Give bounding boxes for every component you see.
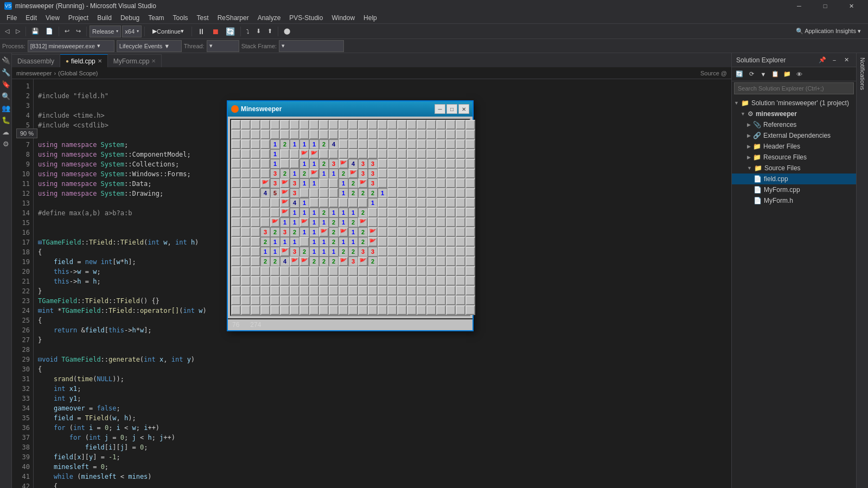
ms-cell[interactable] xyxy=(446,276,456,286)
ms-cell[interactable] xyxy=(387,169,397,178)
ms-cell[interactable] xyxy=(280,266,290,276)
ms-cell[interactable] xyxy=(329,198,339,208)
ms-cell[interactable] xyxy=(348,276,358,286)
ms-cell[interactable] xyxy=(387,237,397,247)
ms-cell[interactable]: 3 xyxy=(368,169,378,178)
ms-cell[interactable] xyxy=(436,208,446,217)
minimize-button[interactable]: ─ xyxy=(787,0,812,12)
ms-cell[interactable] xyxy=(446,296,456,305)
ms-cell[interactable] xyxy=(368,120,378,130)
ms-cell[interactable] xyxy=(290,276,299,286)
ms-cell[interactable] xyxy=(446,237,456,247)
tab-close-button2[interactable]: ✕ xyxy=(151,58,156,64)
ms-cell[interactable] xyxy=(329,188,339,198)
step-out-button[interactable]: ⬆ xyxy=(265,25,275,37)
ms-cell[interactable] xyxy=(309,120,319,130)
nav-forward-button[interactable]: ▷ xyxy=(13,25,23,37)
ms-cell[interactable] xyxy=(319,130,329,139)
ms-cell[interactable] xyxy=(436,247,446,256)
ms-cell[interactable] xyxy=(456,217,465,227)
ms-cell[interactable] xyxy=(241,159,251,169)
ms-cell[interactable] xyxy=(251,296,260,305)
ms-close-button[interactable]: ✕ xyxy=(458,104,469,114)
ms-cell[interactable]: 🚩 xyxy=(260,178,270,188)
ms-cell[interactable] xyxy=(290,296,299,305)
ms-cell[interactable] xyxy=(378,247,387,256)
ms-cell[interactable] xyxy=(436,149,446,159)
ms-cell[interactable] xyxy=(260,276,270,286)
se-new-folder-button[interactable]: 📁 xyxy=(782,69,793,80)
ms-cell[interactable]: 1 xyxy=(309,237,319,247)
ms-cell[interactable] xyxy=(465,178,475,188)
ms-cell[interactable] xyxy=(231,247,241,256)
se-collapse-button[interactable]: − xyxy=(829,55,840,66)
ms-cell[interactable] xyxy=(231,266,241,276)
ms-cell[interactable] xyxy=(270,130,280,139)
ms-cell[interactable] xyxy=(407,178,417,188)
ms-cell[interactable]: 1 xyxy=(309,227,319,237)
ms-cell[interactable] xyxy=(387,286,397,296)
se-item-fieldcpp[interactable]: 📄 field.cpp xyxy=(732,174,856,184)
ms-cell[interactable] xyxy=(417,305,426,315)
ms-cell[interactable]: 2 xyxy=(358,227,368,237)
ms-cell[interactable]: 1 xyxy=(329,247,339,256)
ms-cell[interactable] xyxy=(329,296,339,305)
ms-cell[interactable] xyxy=(387,217,397,227)
ms-cell[interactable] xyxy=(241,198,251,208)
ms-cell[interactable] xyxy=(407,266,417,276)
ms-cell[interactable] xyxy=(378,217,387,227)
ms-cell[interactable]: 2 xyxy=(348,217,358,227)
ms-cell[interactable] xyxy=(465,256,475,266)
ms-cell[interactable]: 4 xyxy=(290,198,299,208)
platform-dropdown[interactable]: x64 ▾ xyxy=(122,25,142,37)
ms-cell[interactable] xyxy=(348,149,358,159)
ms-cell[interactable] xyxy=(456,256,465,266)
ms-cell[interactable] xyxy=(348,198,358,208)
menu-test[interactable]: Test xyxy=(193,12,213,24)
ms-cell[interactable] xyxy=(387,227,397,237)
ms-cell[interactable] xyxy=(299,130,309,139)
ms-cell[interactable] xyxy=(426,247,436,256)
ms-cell[interactable] xyxy=(387,120,397,130)
ms-cell[interactable] xyxy=(387,159,397,169)
ms-cell[interactable] xyxy=(280,120,290,130)
ms-cell[interactable]: 2 xyxy=(358,237,368,247)
ms-cell[interactable] xyxy=(339,305,348,315)
ms-cell[interactable] xyxy=(465,188,475,198)
ms-cell[interactable]: 🚩 xyxy=(299,149,309,159)
ms-cell[interactable] xyxy=(270,266,280,276)
ms-cell[interactable] xyxy=(241,139,251,149)
ms-cell[interactable] xyxy=(446,256,456,266)
ms-cell[interactable]: 2 xyxy=(309,256,319,266)
ms-cell[interactable]: 2 xyxy=(290,227,299,237)
ms-cell[interactable] xyxy=(436,159,446,169)
ms-cell[interactable] xyxy=(397,296,407,305)
ms-cell[interactable] xyxy=(426,120,436,130)
ms-cell[interactable]: 2 xyxy=(260,237,270,247)
ms-cell[interactable] xyxy=(407,305,417,315)
ms-cell[interactable] xyxy=(465,208,475,217)
ms-cell[interactable] xyxy=(436,296,446,305)
ms-cell[interactable] xyxy=(319,198,329,208)
menu-build[interactable]: Build xyxy=(93,12,116,24)
ms-cell[interactable] xyxy=(426,305,436,315)
ms-cell[interactable] xyxy=(446,149,456,159)
ms-cell[interactable] xyxy=(446,247,456,256)
ms-cell[interactable]: 2 xyxy=(260,256,270,266)
ms-cell[interactable] xyxy=(378,120,387,130)
ms-cell[interactable] xyxy=(426,139,436,149)
ms-cell[interactable]: 1 xyxy=(299,159,309,169)
ms-cell[interactable] xyxy=(241,120,251,130)
ms-cell[interactable]: 3 xyxy=(368,178,378,188)
ms-cell[interactable] xyxy=(446,198,456,208)
ms-cell[interactable] xyxy=(358,305,368,315)
ms-cell[interactable] xyxy=(465,159,475,169)
ms-cell[interactable]: 1 xyxy=(290,237,299,247)
ms-cell[interactable] xyxy=(397,178,407,188)
ms-cell[interactable] xyxy=(456,149,465,159)
ms-maximize-button[interactable]: □ xyxy=(446,104,457,114)
ms-cell[interactable]: 1 xyxy=(270,237,280,247)
ms-cell[interactable] xyxy=(241,188,251,198)
ms-cell[interactable] xyxy=(465,198,475,208)
ms-cell[interactable] xyxy=(387,139,397,149)
